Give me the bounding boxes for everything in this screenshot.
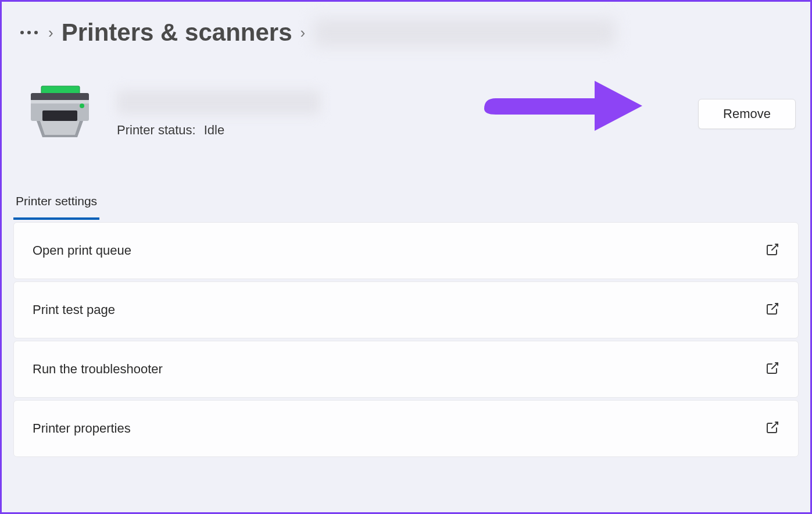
chevron-right-icon: › (48, 24, 53, 42)
svg-rect-1 (31, 93, 89, 101)
svg-point-4 (80, 103, 84, 108)
settings-item-label: Run the troubleshooter (33, 362, 163, 377)
svg-rect-0 (41, 86, 80, 94)
settings-item-label: Print test page (33, 302, 115, 317)
breadcrumb-printer-name-redacted (313, 18, 616, 47)
settings-item-label: Printer properties (33, 421, 131, 436)
settings-item-run-troubleshooter[interactable]: Run the troubleshooter (13, 341, 799, 398)
external-link-icon (766, 302, 779, 318)
breadcrumb-more-button[interactable] (18, 28, 40, 37)
printer-icon (19, 85, 101, 143)
remove-button[interactable]: Remove (698, 99, 796, 129)
settings-item-print-test-page[interactable]: Print test page (13, 281, 799, 338)
external-link-icon (766, 420, 779, 437)
settings-list: Open print queue Print test page Run the… (2, 220, 810, 457)
printer-status-label: Printer status: (117, 123, 196, 138)
printer-header: Printer status: Idle Remove (2, 59, 810, 155)
arrow-annotation (478, 74, 647, 140)
printer-status-value: Idle (204, 123, 224, 138)
printer-name-redacted (117, 90, 320, 115)
tabs-row: Printer settings (2, 155, 810, 220)
settings-item-label: Open print queue (33, 243, 131, 258)
breadcrumb: › Printers & scanners › (2, 2, 810, 59)
external-link-icon (766, 361, 779, 377)
external-link-icon (766, 242, 779, 259)
settings-item-printer-properties[interactable]: Printer properties (13, 400, 799, 457)
tab-printer-settings[interactable]: Printer settings (13, 190, 99, 220)
chevron-right-icon: › (301, 24, 306, 42)
svg-rect-3 (31, 100, 89, 103)
svg-rect-5 (42, 110, 77, 121)
settings-item-open-print-queue[interactable]: Open print queue (13, 222, 799, 279)
breadcrumb-title[interactable]: Printers & scanners (62, 19, 292, 47)
